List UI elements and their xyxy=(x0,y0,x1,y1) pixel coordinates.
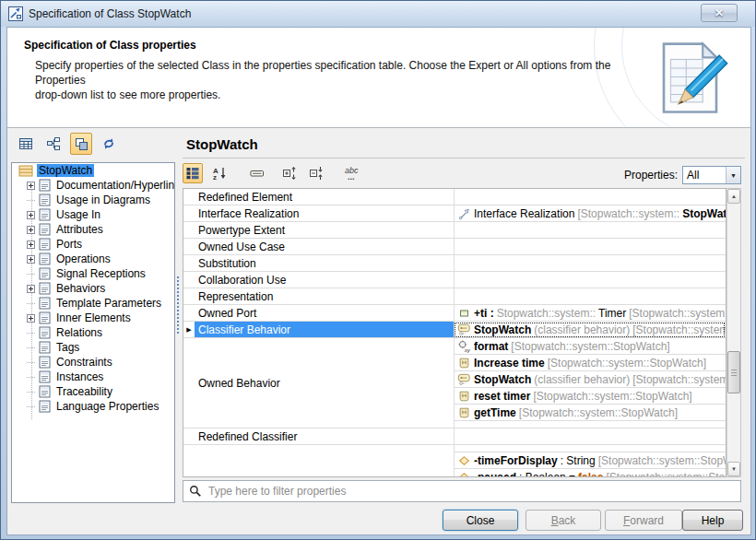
tree-item-signal-receptions[interactable]: Signal Receptions xyxy=(12,266,174,281)
scroll-down-button[interactable]: ▼ xyxy=(727,462,740,476)
expand-plus-icon[interactable] xyxy=(27,285,35,293)
row-gutter xyxy=(183,222,195,239)
expand-plus-icon[interactable] xyxy=(27,255,35,264)
tree-item-template-parameters[interactable]: Template Parameters xyxy=(12,296,174,311)
tree-item-tags[interactable]: Tags xyxy=(12,340,174,355)
show-description-button[interactable] xyxy=(247,163,267,183)
expand-plus-icon[interactable] xyxy=(27,241,35,249)
app-window-icon xyxy=(8,6,23,21)
header-panel: Specification of Class properties Specif… xyxy=(7,28,750,128)
tree-item-constraints[interactable]: Constraints xyxy=(12,355,174,370)
sort-alphabetically-button[interactable]: Az xyxy=(209,163,230,183)
expand-plus-icon[interactable] xyxy=(27,211,35,219)
table-scrollbar[interactable]: ▲ ▼ xyxy=(726,188,741,477)
tree-item-ports[interactable]: Ports xyxy=(12,237,174,252)
property-value[interactable]: Increase time [Stopwatch::system::StopWa… xyxy=(454,355,726,371)
tree-item-language-properties[interactable]: Language Properties xyxy=(12,399,174,414)
table-view-button[interactable] xyxy=(15,133,37,155)
property-value[interactable] xyxy=(454,239,726,255)
tree-item-stopwatch[interactable]: StopWatch xyxy=(12,163,174,178)
forward-button[interactable]: Forward xyxy=(605,510,682,531)
expand-all-button[interactable] xyxy=(279,163,300,183)
doc-icon xyxy=(39,238,51,251)
tree-item-label: Template Parameters xyxy=(54,297,163,310)
property-value[interactable]: xyformat [Stopwatch::system::StopWatch] xyxy=(454,338,726,355)
property-value[interactable]: +ti : Stopwatch::system::Timer [Stopwatc… xyxy=(454,305,726,322)
show-full-types-button[interactable]: abc... xyxy=(342,163,362,183)
property-value[interactable]: -timeForDisplay : String [Stopwatch::sys… xyxy=(454,452,726,469)
property-name-interface-realization[interactable]: Interface Realization xyxy=(195,205,454,222)
tree-item-label: Ports xyxy=(54,238,84,251)
refresh-button[interactable] xyxy=(98,133,120,155)
scroll-up-button[interactable]: ▲ xyxy=(727,189,740,204)
property-name-powertype-extent[interactable]: Powertype Extent xyxy=(195,222,454,239)
back-button[interactable]: Back xyxy=(526,510,601,531)
tree-item-label: Constraints xyxy=(54,356,114,369)
help-button[interactable]: Help xyxy=(682,510,743,531)
property-name-owned-behavior[interactable]: Owned Behavior xyxy=(195,338,454,428)
property-value[interactable]: -paused : Boolean = false [Stopwatch::sy… xyxy=(454,469,726,477)
property-value[interactable]: Interface Realization[Stopwatch::system:… xyxy=(454,205,726,222)
close-button[interactable]: Close xyxy=(443,510,518,531)
tree-item-label: Tags xyxy=(54,341,81,354)
collapse-all-button[interactable] xyxy=(306,163,326,183)
tree-item-instances[interactable]: Instances xyxy=(12,370,174,384)
categorized-view-button[interactable] xyxy=(183,163,203,183)
tree-view-button[interactable] xyxy=(42,133,65,155)
filter-properties-input[interactable] xyxy=(207,484,740,499)
expand-plus-icon[interactable] xyxy=(27,226,35,234)
tree-item-usage-in[interactable]: Usage In xyxy=(12,207,174,222)
tree-item-attributes[interactable]: Attributes xyxy=(12,222,174,237)
doc-icon xyxy=(39,311,51,324)
tree-item-usage-in-diagrams[interactable]: Usage in Diagrams xyxy=(12,193,174,207)
property-name-redefined-classifier[interactable]: Redefined Classifier xyxy=(195,428,454,445)
tree-item-label: Attributes xyxy=(54,223,105,236)
property-name-substitution[interactable]: Substitution xyxy=(195,255,454,272)
composite-view-button[interactable] xyxy=(70,133,92,155)
property-value[interactable] xyxy=(454,222,726,239)
property-value[interactable]: StopWatch(classifier behavior) [Stopwatc… xyxy=(454,322,726,338)
activity-icon xyxy=(457,406,471,419)
property-value[interactable] xyxy=(454,445,726,452)
property-name-representation[interactable]: Representation xyxy=(195,288,454,305)
property-name-redefined-element[interactable]: Redefined Element xyxy=(195,189,454,205)
property-name-collaboration-use[interactable]: Collaboration Use xyxy=(195,272,454,288)
abc-icon: abc... xyxy=(344,166,360,181)
selected-row-marker-icon: ▶ xyxy=(186,326,191,334)
property-value[interactable] xyxy=(454,189,726,205)
property-value[interactable] xyxy=(454,272,726,288)
property-value[interactable] xyxy=(454,428,726,445)
property-value[interactable]: getTime [Stopwatch::system::StopWatch] xyxy=(454,405,726,421)
tree-item-traceability[interactable]: Traceability xyxy=(12,384,174,399)
title-separator xyxy=(183,158,745,158)
property-value[interactable] xyxy=(454,288,726,305)
title-bar[interactable]: Specification of Class StopWatch ✕ xyxy=(1,1,755,27)
doc-icon xyxy=(39,282,51,295)
tree-item-behaviors[interactable]: Behaviors xyxy=(12,281,174,296)
expand-plus-icon[interactable] xyxy=(27,314,35,323)
expand-plus-icon[interactable] xyxy=(27,182,35,190)
property-name-owned-use-case[interactable]: Owned Use Case xyxy=(195,239,454,255)
property-name-classifier-behavior[interactable]: Classifier Behavior xyxy=(195,322,454,338)
property-value[interactable] xyxy=(454,255,726,272)
property-name-attribute[interactable]: Attribute xyxy=(195,445,454,477)
tree-item-label: Relations xyxy=(54,326,104,339)
scrollbar-thumb[interactable] xyxy=(727,351,740,393)
tree-item-label: Usage In xyxy=(54,208,102,221)
tree-item-relations[interactable]: Relations xyxy=(12,325,174,340)
tree-item-operations[interactable]: Operations xyxy=(12,252,174,266)
property-value[interactable] xyxy=(454,421,726,428)
property-name-owned-port[interactable]: Owned Port xyxy=(195,305,454,322)
tree-item-label: Traceability xyxy=(54,385,114,398)
tree-item-documentation-hyperlinks[interactable]: Documentation/Hyperlinks xyxy=(12,178,174,193)
panel-splitter-handle[interactable] xyxy=(177,276,179,334)
page-title: StopWatch xyxy=(186,136,258,152)
doc-icon xyxy=(39,385,51,398)
chevron-down-icon[interactable]: ▼ xyxy=(726,167,740,183)
properties-dropdown[interactable]: All ▼ xyxy=(682,166,741,184)
property-value[interactable]: reset timer [Stopwatch::system::StopWatc… xyxy=(454,388,726,405)
property-value[interactable]: StopWatch(classifier behavior) [Stopwatc… xyxy=(454,371,726,388)
tree-item-inner-elements[interactable]: Inner Elements xyxy=(12,311,174,325)
window-close-button[interactable]: ✕ xyxy=(701,4,738,22)
statemachine-icon xyxy=(457,323,471,336)
